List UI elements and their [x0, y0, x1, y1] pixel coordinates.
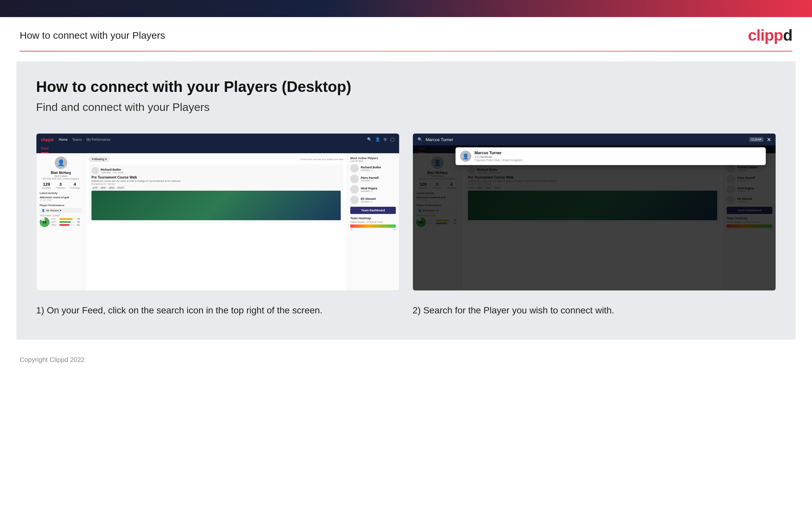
act-user-name: Richard Butler — [101, 168, 124, 171]
search-result-handicap: 1.5 Handicap — [475, 155, 522, 159]
tag-ott: OTT — [92, 186, 99, 189]
chevron-icon: ▾ — [60, 209, 61, 212]
act-tags-1: OTT APP ARG PUTT — [92, 186, 341, 189]
act-avatar-1 — [92, 167, 99, 174]
activity-card-1: Richard Butler Yesterday · The Grove Pre… — [89, 164, 343, 223]
app-logo-1: clippd — [41, 137, 53, 142]
profile-stats-1: 129 Activities 3 Followers 4 Following — [40, 182, 82, 189]
profile-role-1: Golf Coach — [40, 175, 82, 177]
header: How to connect with your Players clippd — [0, 17, 812, 51]
latest-activity-date: 27 Jul 2022 — [40, 199, 82, 201]
app-screenshot-1: clippd Home Teams My Performance 🔍 👤 ⚙ ◯ — [36, 133, 399, 291]
profile-picture-1: 👤 — [55, 157, 67, 169]
top-bar — [0, 0, 812, 17]
copyright-text: Copyright Clippd 2022 — [20, 356, 85, 363]
following-button[interactable]: Following ▾ — [89, 157, 110, 162]
most-active-period-1: Last 30 days — [350, 160, 396, 162]
quality-label-1: Total Player Quality — [40, 214, 82, 217]
player-performance-label-1: Player Performance — [40, 204, 82, 207]
screenshot-1-col: clippd Home Teams My Performance 🔍 👤 ⚙ ◯ — [36, 133, 399, 323]
heatmap-labels-1: -5 +5 — [350, 228, 396, 231]
player-item-1: Richard Butler Activities: 7 — [350, 164, 396, 173]
player-item-4: Eli Vincent Activities: 1 — [350, 196, 396, 204]
player-avatar-small: 👤 — [42, 209, 45, 212]
nav-my-performance[interactable]: My Performance — [86, 138, 110, 141]
most-active-title-1: Most Active Players — [350, 157, 396, 160]
tag-putt: PUTT — [116, 186, 125, 189]
profile-club-1: Mill Ride Golf Club, United Kingdom — [40, 177, 82, 180]
app-body-1: 👤 Blair McHarg Golf Coach Mill Ride Golf… — [36, 153, 399, 290]
nav-teams[interactable]: Teams — [72, 138, 82, 141]
search-icon[interactable]: 🔍 — [367, 137, 372, 142]
search-result-club: Cypress Point Club, United Kingdom — [475, 159, 522, 162]
header-divider — [20, 51, 792, 51]
following-row-1: Following ▾ Control who can see your act… — [89, 157, 343, 162]
heatmap-bar-1 — [350, 224, 396, 228]
left-panel-1: 👤 Blair McHarg Golf Coach Mill Ride Golf… — [36, 153, 86, 290]
clippd-logo: clippd — [748, 26, 792, 44]
main-subtitle: Find and connect with your Players — [36, 101, 776, 114]
search-bar-overlay: 🔍 Marcus Turner CLEAR ✕ — [413, 134, 776, 145]
app-nav-1: clippd Home Teams My Performance 🔍 👤 ⚙ ◯ — [36, 134, 399, 145]
search-result-item-1[interactable]: 👤 Marcus Turner 1.5 Handicap Cypress Poi… — [460, 151, 761, 162]
followers-stat: 3 Followers — [56, 182, 65, 189]
player-avatar-2 — [350, 175, 359, 183]
control-link[interactable]: Control who can see your activity and da… — [300, 158, 343, 161]
bar-chart-1: OTT 79 APP — [51, 218, 80, 227]
heatmap-period-1: Player Quality · 20 Round Trend — [350, 221, 396, 223]
app-screenshot-2: clippd Home Teams My Performance 🔍 👤 ⚙ ◯ — [413, 133, 776, 291]
search-input-display[interactable]: Marcus Turner — [426, 137, 746, 142]
latest-activity-text: Afternoon round of golf — [40, 196, 82, 199]
activity-image-1 — [92, 190, 341, 220]
tag-app: APP — [100, 186, 107, 189]
clear-button[interactable]: CLEAR — [749, 137, 763, 142]
search-icon-overlay: 🔍 — [418, 137, 422, 142]
screenshot-2-col: clippd Home Teams My Performance 🔍 👤 ⚙ ◯ — [413, 133, 776, 323]
act-source: Yesterday · The Grove — [101, 171, 124, 174]
tab-bar-1: Feed — [36, 145, 399, 153]
app-bar: APP 70 — [51, 221, 80, 223]
player-select-1[interactable]: 👤 Eli Vincent ▾ — [40, 208, 82, 213]
main-content: How to connect with your Players (Deskto… — [16, 61, 796, 340]
search-result-avatar: 👤 — [460, 151, 471, 162]
avatar-icon[interactable]: ◯ — [390, 137, 394, 142]
player-avatar-4 — [350, 196, 359, 204]
main-title: How to connect with your Players (Deskto… — [36, 78, 776, 95]
center-panel-1: Following ▾ Control who can see your act… — [86, 153, 347, 290]
page-title: How to connect with your Players — [20, 30, 165, 41]
profile-name-1: Blair McHarg — [40, 171, 82, 175]
search-results-dropdown: 👤 Marcus Turner 1.5 Handicap Cypress Poi… — [456, 147, 766, 165]
act-desc-1: Walking the course with my coach to buil… — [92, 180, 341, 182]
act-title-1: Pre Tournament Course Walk — [92, 176, 341, 179]
score-circle-1: 84 — [40, 217, 50, 227]
tag-arg: ARG — [108, 186, 115, 189]
screenshots-row: clippd Home Teams My Performance 🔍 👤 ⚙ ◯ — [36, 133, 776, 323]
nav-home[interactable]: Home — [59, 138, 67, 141]
act-meta-1: Duration 02 hr : 00 min — [92, 183, 341, 185]
heatmap-title-1: Team Heatmap — [350, 217, 396, 220]
feed-tab[interactable]: Feed — [41, 145, 49, 153]
close-icon[interactable]: ✕ — [767, 136, 771, 143]
step-1-description: 1) On your Feed, click on the search ico… — [36, 291, 399, 323]
nav-items-1: Home Teams My Performance — [59, 138, 110, 141]
player-item-3: Hiral Pujara Activities: 3 — [350, 185, 396, 194]
team-dashboard-button-1[interactable]: Team Dashboard — [350, 207, 396, 214]
act-header-1: Richard Butler Yesterday · The Grove — [92, 167, 341, 174]
activities-stat: 129 Activities — [42, 182, 51, 189]
player-avatar-3 — [350, 185, 359, 194]
arg-bar: ARG 61 — [51, 224, 80, 226]
right-panel-1: Most Active Players Last 30 days Richard… — [347, 153, 399, 290]
settings-icon[interactable]: ⚙ — [383, 137, 387, 142]
profile-icon[interactable]: 👤 — [375, 137, 380, 142]
latest-activity-label: Latest Activity — [40, 192, 82, 195]
nav-icons-1: 🔍 👤 ⚙ ◯ — [367, 137, 394, 142]
search-result-name: Marcus Turner — [475, 151, 522, 155]
ott-bar: OTT 79 — [51, 218, 80, 220]
score-wrap-1: 84 OTT 79 — [40, 217, 82, 227]
following-stat: 4 Following — [70, 182, 80, 189]
footer: Copyright Clippd 2022 — [0, 349, 812, 370]
player-item-2: Piers Parnell Activities: 4 — [350, 175, 396, 183]
player-avatar-1 — [350, 164, 359, 173]
step-2-description: 2) Search for the Player you wish to con… — [413, 291, 776, 323]
